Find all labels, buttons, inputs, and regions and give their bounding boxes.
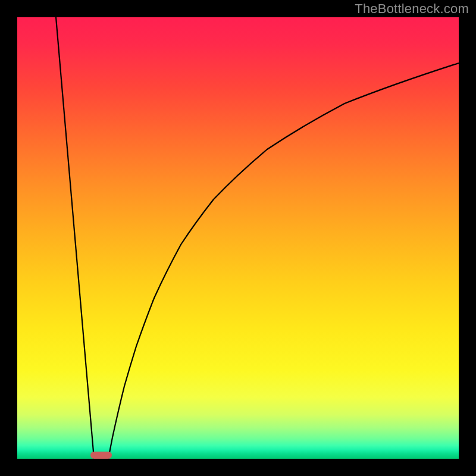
curve [108, 63, 459, 459]
plot-area [17, 17, 459, 459]
chart-svg [17, 17, 459, 459]
marker-pill [90, 452, 112, 459]
line-segment [56, 17, 94, 459]
watermark-text: TheBottleneck.com [355, 1, 469, 17]
